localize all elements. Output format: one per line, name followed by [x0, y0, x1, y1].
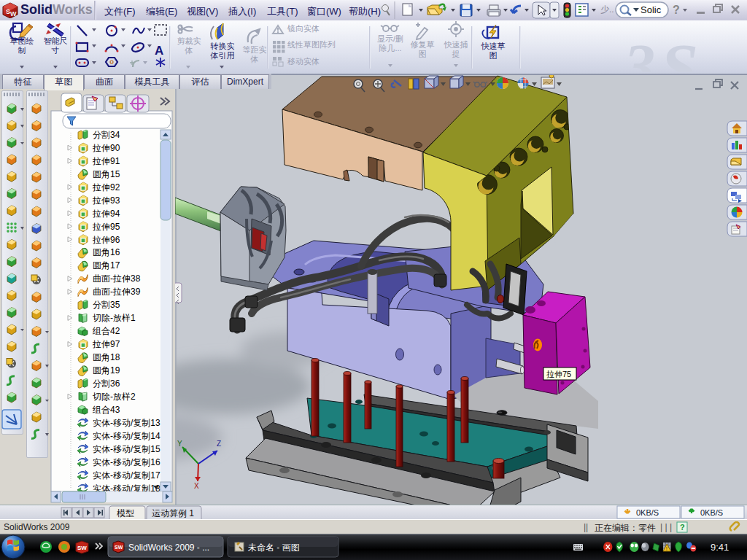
svg-text:拉伸91: 拉伸91 [92, 156, 120, 166]
svg-text:未命名 - 画图: 未命名 - 画图 [248, 542, 300, 553]
svg-text:9:41: 9:41 [711, 542, 729, 553]
svg-text:S: S [660, 29, 698, 72]
svg-text:!: ! [666, 546, 667, 551]
svg-text:SolidWorks 2009 - ...: SolidWorks 2009 - ... [128, 542, 209, 553]
svg-text:实体-移动/复制15: 实体-移动/复制15 [93, 444, 160, 454]
svg-text:?: ? [680, 523, 685, 532]
svg-text:圆角15: 圆角15 [93, 169, 120, 179]
svg-text:分割35: 分割35 [93, 300, 120, 310]
svg-text:拉伸94: 拉伸94 [92, 209, 120, 219]
svg-text:Y: Y [177, 440, 182, 448]
svg-text:A: A [155, 44, 163, 58]
svg-text:曲面-拉伸38: 曲面-拉伸38 [93, 273, 141, 284]
svg-text:0KB/S: 0KB/S [700, 508, 723, 517]
svg-text:实体-移动/复制14: 实体-移动/复制14 [93, 431, 160, 441]
svg-text:拉伸90: 拉伸90 [92, 143, 120, 153]
svg-text:SW: SW [115, 545, 123, 550]
svg-text:组合43: 组合43 [92, 405, 120, 415]
svg-text:拉伸97: 拉伸97 [92, 339, 120, 349]
svg-text:组合42: 组合42 [92, 326, 120, 336]
svg-text:模型: 模型 [117, 508, 134, 518]
svg-text:切除-放样2: 切除-放样2 [92, 392, 136, 402]
svg-text:拉伸95: 拉伸95 [92, 222, 120, 232]
svg-text:曲面-拉伸39: 曲面-拉伸39 [93, 287, 141, 297]
svg-text:实体-移动/复制13: 实体-移动/复制13 [93, 418, 160, 428]
svg-text:圆角16: 圆角16 [93, 247, 120, 257]
svg-text:实体-移动/复制16: 实体-移动/复制16 [93, 457, 160, 467]
svg-text:0KB/S: 0KB/S [636, 508, 659, 517]
svg-text:少..: 少.. [600, 4, 614, 15]
svg-text:W: W [10, 10, 17, 18]
svg-text:SW: SW [77, 545, 87, 551]
svg-text:拉伸96: 拉伸96 [92, 235, 120, 245]
svg-text:分割36: 分割36 [93, 378, 120, 389]
svg-text:Solic: Solic [640, 4, 662, 15]
svg-text:3: 3 [623, 31, 655, 72]
svg-text:圆角18: 圆角18 [93, 352, 120, 362]
svg-text:拉伸93: 拉伸93 [92, 195, 120, 206]
svg-text:分割34: 分割34 [93, 130, 120, 140]
svg-text:运动算例 1: 运动算例 1 [152, 508, 194, 518]
svg-text:Z: Z [217, 440, 221, 448]
svg-text:圆角19: 圆角19 [93, 365, 120, 376]
svg-text:圆角17: 圆角17 [93, 260, 120, 271]
svg-text:X: X [194, 482, 199, 490]
svg-text:实体-移动/复制17: 实体-移动/复制17 [93, 470, 160, 481]
svg-text:拉伸75: 拉伸75 [546, 370, 571, 378]
svg-text:?: ? [673, 4, 680, 16]
svg-text:切除-放样1: 切除-放样1 [92, 313, 136, 323]
svg-text:拉伸92: 拉伸92 [92, 182, 120, 192]
